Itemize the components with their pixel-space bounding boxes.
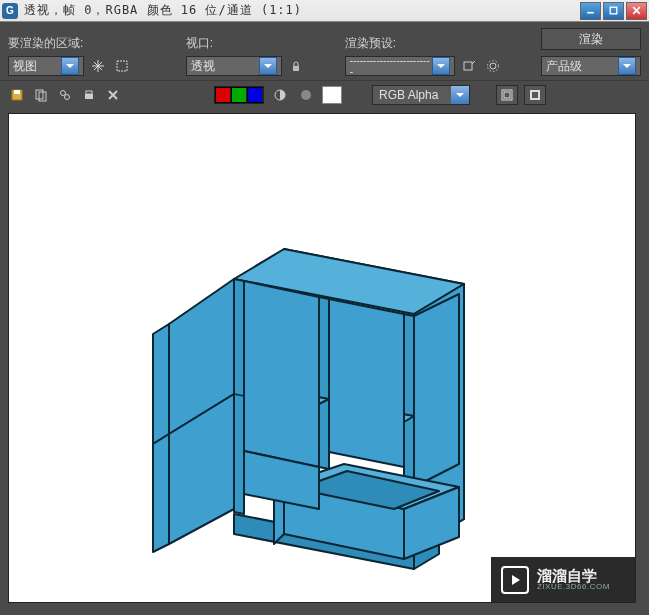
- svg-rect-15: [85, 94, 93, 99]
- overlay-a-button[interactable]: [496, 85, 518, 105]
- chevron-down-icon: [451, 86, 469, 104]
- pan-icon[interactable]: [88, 56, 108, 76]
- chevron-down-icon: [61, 57, 79, 75]
- render-output: [119, 219, 509, 589]
- viewport-dropdown[interactable]: 透视: [186, 56, 282, 76]
- svg-rect-24: [532, 92, 538, 98]
- svg-point-13: [61, 91, 66, 96]
- svg-rect-10: [14, 90, 20, 94]
- watermark: 溜溜自学 ZIXUE.3D66.COM: [491, 557, 635, 602]
- svg-rect-1: [610, 7, 617, 14]
- svg-point-7: [490, 63, 496, 69]
- chevron-down-icon: [618, 57, 636, 75]
- watermark-sub: ZIXUE.3D66.COM: [537, 583, 610, 591]
- preset-settings-icon[interactable]: [483, 56, 503, 76]
- viewport-wrap: 溜溜自学 ZIXUE.3D66.COM: [0, 109, 649, 611]
- preset-label: 渲染预设:: [345, 35, 521, 52]
- viewport-value: 透视: [191, 58, 215, 75]
- svg-point-8: [487, 61, 498, 72]
- alpha-toggle-icon[interactable]: [270, 85, 290, 105]
- svg-rect-22: [504, 92, 510, 98]
- channel-blue[interactable]: [247, 87, 263, 103]
- svg-point-20: [301, 90, 311, 100]
- viewport-label: 视口:: [186, 35, 325, 52]
- file-icons: [8, 86, 122, 104]
- svg-point-14: [65, 95, 70, 100]
- window-title: 透视，帧 0，RGBA 颜色 16 位/通道 (1:1): [24, 2, 580, 19]
- area-dropdown[interactable]: 视图: [8, 56, 84, 76]
- area-value: 视图: [13, 58, 37, 75]
- maximize-button[interactable]: [603, 2, 624, 20]
- render-button[interactable]: 渲染: [541, 28, 641, 50]
- play-icon: [501, 566, 529, 594]
- quality-dropdown[interactable]: 产品级: [541, 56, 641, 76]
- channel-dropdown[interactable]: RGB Alpha: [372, 85, 470, 105]
- app-icon: G: [2, 3, 18, 19]
- chevron-down-icon: [432, 57, 450, 75]
- region-icon[interactable]: [112, 56, 132, 76]
- preset-dropdown[interactable]: -------------------------: [345, 56, 455, 76]
- chevron-down-icon: [259, 57, 277, 75]
- mono-toggle-icon[interactable]: [296, 85, 316, 105]
- render-viewport[interactable]: 溜溜自学 ZIXUE.3D66.COM: [8, 113, 636, 603]
- area-label: 要渲染的区域:: [8, 35, 166, 52]
- channel-green[interactable]: [231, 87, 247, 103]
- save-icon[interactable]: [8, 86, 26, 104]
- watermark-main: 溜溜自学: [537, 568, 610, 583]
- clone-icon[interactable]: [56, 86, 74, 104]
- window-buttons: [580, 2, 647, 20]
- minimize-button[interactable]: [580, 2, 601, 20]
- delete-icon[interactable]: [104, 86, 122, 104]
- titlebar: G 透视，帧 0，RGBA 颜色 16 位/通道 (1:1): [0, 0, 649, 22]
- render-label: 渲染: [579, 31, 603, 48]
- svg-rect-5: [293, 66, 299, 71]
- channel-value: RGB Alpha: [379, 88, 438, 102]
- svg-rect-16: [86, 91, 92, 94]
- rgb-swatches: [214, 86, 264, 104]
- preset-value: -------------------------: [350, 55, 432, 77]
- toolbar-area: 要渲染的区域: 视图 视口: 透视: [0, 22, 649, 80]
- svg-rect-6: [464, 62, 472, 70]
- quality-value: 产品级: [546, 58, 582, 75]
- print-icon[interactable]: [80, 86, 98, 104]
- close-button[interactable]: [626, 2, 647, 20]
- copy-icon[interactable]: [32, 86, 50, 104]
- overlay-b-button[interactable]: [524, 85, 546, 105]
- preset-pick-icon[interactable]: [459, 56, 479, 76]
- toolbar-row2: RGB Alpha: [0, 80, 649, 109]
- svg-rect-4: [117, 61, 127, 71]
- lock-icon[interactable]: [286, 56, 306, 76]
- channel-red[interactable]: [215, 87, 231, 103]
- bg-color-swatch[interactable]: [322, 86, 342, 104]
